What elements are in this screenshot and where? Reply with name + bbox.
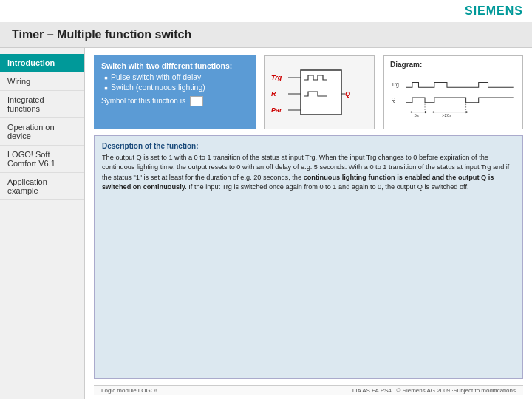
top-bar: SIEMENS	[0, 0, 532, 22]
content-area: Switch with two different functions: ▪ P…	[85, 48, 532, 399]
info-item-label-2: Switch (continuous lighting)	[111, 83, 205, 92]
sidebar-item-introduction[interactable]: Introduction	[0, 54, 84, 72]
symbol-text: Symbol for this function is	[101, 96, 249, 106]
footer: Logic module LOGO! I IA AS FA PS4 © Siem…	[94, 385, 523, 395]
footer-left: Logic module LOGO!	[101, 387, 157, 394]
description-box: Description of the function: The output …	[94, 135, 523, 379]
info-box-title: Switch with two different functions:	[101, 61, 249, 70]
svg-text:R: R	[271, 90, 276, 98]
siemens-logo: SIEMENS	[465, 4, 523, 18]
bullet-icon-2: ▪	[104, 83, 108, 93]
circuit-diagram-box: Trg R Par Q	[264, 55, 375, 129]
sidebar-item-logo-soft-comfort[interactable]: LOGO! SoftComfort V6.1	[0, 146, 84, 173]
svg-text:Par: Par	[271, 106, 282, 114]
sidebar-item-application-example[interactable]: Applicationexample	[0, 173, 84, 200]
svg-text:5s: 5s	[414, 113, 418, 117]
timing-diagram-box: Diagram: Trg Q	[383, 55, 523, 129]
timing-svg: Trg Q 5s	[390, 72, 516, 127]
sidebar-item-operation-on-device[interactable]: Operation ondevice	[0, 118, 84, 146]
info-item-label-1: Pulse switch with off delay	[111, 72, 201, 81]
description-title: Description of the function:	[102, 142, 515, 150]
svg-marker-14	[425, 111, 427, 113]
svg-rect-3	[301, 70, 341, 115]
info-item-2: ▪ Switch (continuous lighting)	[104, 83, 249, 93]
svg-text:Q: Q	[392, 97, 395, 103]
circuit-svg: Trg R Par Q	[267, 59, 371, 126]
footer-right: I IA AS FA PS4 © Siemens AG 2009 ·Subjec…	[352, 387, 516, 394]
bullet-icon-1: ▪	[104, 72, 108, 83]
diagram-title: Diagram:	[390, 61, 516, 69]
svg-text:Q: Q	[345, 90, 350, 98]
svg-text:Trg: Trg	[392, 82, 399, 88]
sidebar-item-integrated-functions[interactable]: Integratedfunctions	[0, 91, 84, 118]
diagram-area: Trg R Par Q	[264, 55, 523, 129]
top-row: Switch with two different functions: ▪ P…	[94, 55, 523, 129]
page-title: Timer – Multiple function switch	[12, 28, 520, 41]
svg-marker-18	[466, 111, 468, 113]
svg-text:Trg: Trg	[271, 74, 282, 81]
svg-marker-19	[432, 111, 434, 113]
sidebar: Introduction Wiring Integratedfunctions …	[0, 48, 85, 399]
info-box: Switch with two different functions: ▪ P…	[94, 55, 256, 129]
main-layout: Introduction Wiring Integratedfunctions …	[0, 48, 532, 399]
svg-text:>20s: >20s	[442, 113, 451, 117]
sidebar-item-wiring[interactable]: Wiring	[0, 72, 84, 91]
description-text: The output Q is set to 1 with a 0 to 1 t…	[102, 153, 515, 192]
page-title-bar: Timer – Multiple function switch	[0, 22, 532, 48]
info-item-1: ▪ Pulse switch with off delay	[104, 72, 249, 83]
svg-marker-15	[410, 111, 412, 113]
